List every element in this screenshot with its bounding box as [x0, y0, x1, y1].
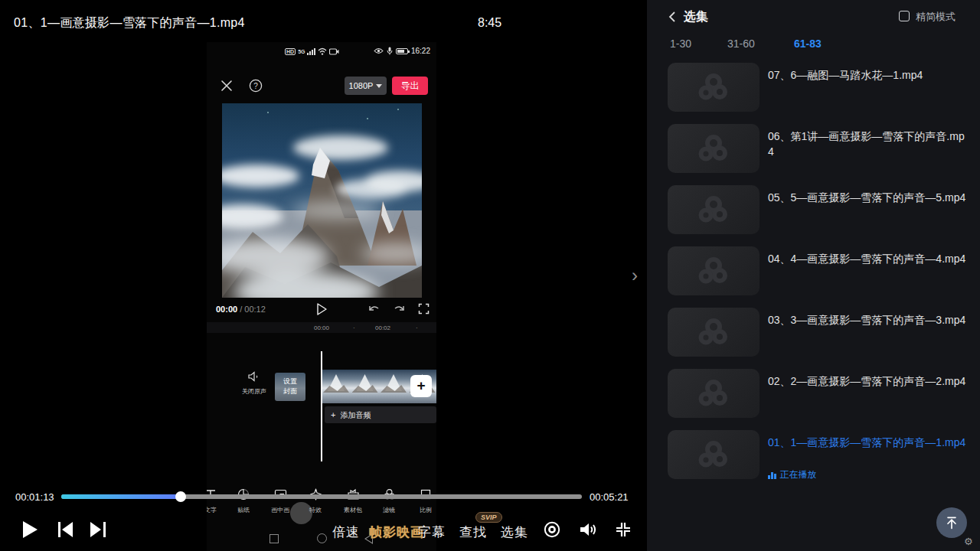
tab-range-61-83[interactable]: 61-83: [794, 37, 822, 50]
editor-appbar: ? 1080P 导出: [207, 77, 436, 96]
tool-filters[interactable]: 滤镜: [372, 488, 406, 514]
home-icon[interactable]: [317, 533, 327, 543]
episode-title[interactable]: 02、2—画意摄影—雪落下的声音—2.mp4: [768, 373, 969, 389]
episode-title[interactable]: 06、第1讲—画意摄影—雪落下的声音.mp4: [768, 129, 969, 159]
tool-ratio[interactable]: 比例: [409, 488, 436, 514]
netdisk-logo-icon: [696, 378, 731, 409]
video-preview[interactable]: [222, 103, 422, 298]
netdisk-logo-icon: [696, 256, 731, 286]
cover-label-2: 封面: [283, 387, 297, 395]
mic-icon: [387, 47, 393, 55]
subtitle-button[interactable]: 字幕: [418, 523, 446, 541]
back-to-top-button[interactable]: [936, 507, 967, 538]
plus-icon: +: [331, 410, 335, 419]
video-thumbnail[interactable]: [668, 430, 760, 479]
video-thumbnail[interactable]: [668, 369, 760, 418]
list-item[interactable]: 07、6—融图—马踏水花—1.mp4: [647, 63, 980, 124]
mountain-scene: [222, 103, 422, 298]
mute-label: 关闭原声: [239, 387, 270, 396]
next-button[interactable]: [90, 522, 106, 537]
add-audio-button[interactable]: +添加音频: [325, 406, 436, 423]
preview-time: 00:00 / 00:12: [216, 305, 266, 314]
phone-status-bar: HD 5G 16:22: [207, 47, 436, 59]
list-item[interactable]: 03、3—画意摄影—雪落下的声音—3.mp4: [647, 308, 980, 369]
video-frame[interactable]: HD 5G 16:22 ? 1080P 导出: [207, 42, 436, 551]
preview-play-icon[interactable]: [315, 302, 328, 316]
equalizer-icon: [768, 471, 776, 479]
svip-badge: SVIP: [475, 512, 502, 523]
episode-title[interactable]: 03、3—画意摄影—雪落下的声音—3.mp4: [768, 312, 969, 328]
undo-icon[interactable]: [368, 304, 381, 315]
help-icon[interactable]: ?: [249, 79, 263, 93]
seek-bar-fill: [61, 494, 181, 499]
clock-osd: 8:45: [478, 16, 501, 30]
tool-text[interactable]: 文字: [207, 488, 227, 514]
mute-original-sound[interactable]: 关闭原声: [239, 371, 270, 396]
compact-mode-label[interactable]: 精简模式: [916, 10, 956, 24]
video-thumbnail[interactable]: [668, 308, 760, 357]
playhead-line[interactable]: [321, 351, 322, 461]
clip-frame: [379, 370, 408, 403]
episode-title[interactable]: 07、6—融图—马踏水花—1.mp4: [768, 67, 969, 83]
cover-label-1: 设置: [283, 377, 297, 385]
episode-title[interactable]: 04、4—画意摄影—雪落下的声音—4.mp4: [768, 251, 969, 266]
seek-bar[interactable]: [61, 494, 582, 499]
timeline-ruler: 00:00 · 00:02 ·: [207, 322, 436, 333]
battery-icon: [396, 48, 408, 54]
export-button[interactable]: 导出: [392, 77, 428, 95]
play-button[interactable]: [23, 521, 38, 538]
resolution-value: 1080P: [349, 81, 374, 90]
tab-range-31-60[interactable]: 31-60: [727, 37, 755, 50]
video-thumbnail[interactable]: [668, 124, 760, 173]
video-thumbnail[interactable]: [668, 63, 760, 112]
episode-title[interactable]: 05、5—画意摄影—雪落下的声音—5.mp4: [768, 190, 969, 205]
back-arrow-icon[interactable]: [668, 11, 676, 23]
tab-range-1-30[interactable]: 1-30: [670, 37, 691, 50]
arrow-up-icon: [944, 515, 959, 530]
speed-button[interactable]: 倍速: [332, 523, 360, 541]
panel-toggle-chevron[interactable]: ›: [632, 265, 638, 286]
video-thumbnail[interactable]: [668, 246, 760, 295]
find-button[interactable]: 查找: [459, 523, 487, 541]
gear-icon[interactable]: ⚙: [964, 536, 973, 547]
redo-icon[interactable]: [393, 304, 406, 315]
total-time: 00:05:21: [590, 491, 629, 503]
expand-icon[interactable]: [418, 303, 430, 315]
netdisk-logo-icon: [696, 133, 731, 164]
list-item[interactable]: 04、4—画意摄影—雪落下的声音—4.mp4: [647, 246, 980, 308]
hd-badge: HD: [285, 48, 296, 55]
netdisk-logo-icon: [696, 72, 731, 103]
collapse-fullscreen-icon[interactable]: [615, 521, 632, 538]
episodes-panel: 选集 精简模式 1-30 31-60 61-83 07、6—融图—马踏水花—1.…: [647, 0, 980, 551]
record-target-icon[interactable]: [544, 521, 560, 538]
ruler-time-0: 00:00: [314, 324, 329, 331]
resolution-dropdown[interactable]: 1080P: [345, 77, 387, 95]
preview-time-total: / 00:12: [240, 305, 266, 314]
video-thumbnail[interactable]: [668, 185, 760, 234]
list-item-playing[interactable]: 01、1—画意摄影—雪落下的声音—1.mp4 正在播放: [647, 430, 980, 491]
camera-status-icon: [329, 48, 339, 55]
episodes-button[interactable]: 选集: [501, 523, 528, 541]
brand-watermark: 帧影映画: [369, 523, 424, 541]
svg-text:?: ?: [253, 82, 258, 90]
recents-icon[interactable]: [270, 534, 279, 543]
chevron-down-icon: [376, 84, 382, 88]
list-item[interactable]: 06、第1讲—画意摄影—雪落下的声音.mp4: [647, 124, 980, 185]
add-clip-button[interactable]: +: [410, 375, 432, 397]
close-icon[interactable]: [220, 80, 233, 92]
volume-icon[interactable]: [579, 521, 598, 538]
previous-button[interactable]: [58, 522, 74, 537]
app-window: 01、1—画意摄影—雪落下的声音—1.mp4 8:45 HD 5G 16:22 …: [0, 0, 980, 551]
seek-bar-thumb[interactable]: [175, 491, 186, 502]
compact-mode-checkbox[interactable]: [899, 11, 910, 21]
tool-sticker[interactable]: 贴纸: [227, 488, 260, 514]
list-item[interactable]: 02、2—画意摄影—雪落下的声音—2.mp4: [647, 369, 980, 430]
tool-material-pack[interactable]: 素材包: [336, 488, 370, 514]
preview-time-current: 00:00: [216, 305, 237, 314]
current-time: 00:01:13: [15, 491, 54, 503]
netdisk-logo-icon: [696, 439, 731, 470]
set-cover-button[interactable]: 设置 封面: [275, 373, 305, 401]
touch-indicator: [290, 502, 312, 524]
episode-title[interactable]: 01、1—画意摄影—雪落下的声音—1.mp4: [768, 435, 969, 450]
list-item[interactable]: 05、5—画意摄影—雪落下的声音—5.mp4: [647, 185, 980, 246]
